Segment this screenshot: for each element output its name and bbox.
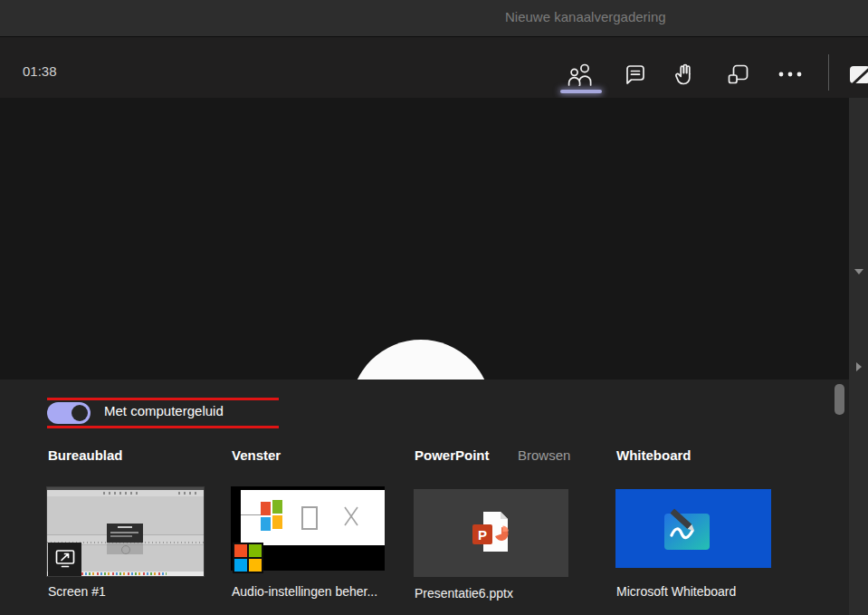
monitor-share-icon <box>53 546 77 572</box>
powerpoint-file-icon: P <box>469 506 514 560</box>
screen-share-overlay-badge <box>48 543 81 576</box>
close-glyph <box>343 504 359 528</box>
computer-sound-label: Met computergeluid <box>104 403 224 418</box>
mock-spinner <box>121 545 130 554</box>
red-annotation-line-bottom <box>47 426 279 428</box>
toolbar-separator <box>828 54 829 91</box>
camera-off-button[interactable] <box>849 57 868 91</box>
windows-logo-icon <box>261 500 284 531</box>
meeting-toolbar: 01:38 <box>0 37 868 98</box>
red-annotation-line-top <box>47 398 279 400</box>
share-source-screen1[interactable] <box>47 487 204 576</box>
section-desktop: Bureaublad <box>47 447 204 597</box>
chevron-right-icon[interactable] <box>856 362 862 371</box>
section-whiteboard-header: Whiteboard <box>616 447 692 463</box>
participants-button[interactable] <box>564 59 596 90</box>
share-source-label: Presentatie6.pptx <box>415 586 513 601</box>
share-source-label: Screen #1 <box>48 584 106 599</box>
svg-text:P: P <box>477 527 486 543</box>
raise-hand-icon <box>673 62 697 87</box>
chat-icon <box>623 62 647 87</box>
section-desktop-header: Bureaublad <box>48 447 123 463</box>
participants-active-indicator <box>560 90 602 93</box>
share-source-powerpoint-file[interactable]: P <box>414 489 568 577</box>
share-content-icon <box>726 62 750 87</box>
camera-off-icon <box>849 78 868 91</box>
window-share-overlay-badge <box>233 543 263 573</box>
scrollbar-thumb[interactable] <box>835 384 844 415</box>
mock-menuband <box>47 490 204 496</box>
share-content-button[interactable] <box>721 59 754 90</box>
whiteboard-app-icon <box>663 501 724 556</box>
avatar <box>350 340 491 380</box>
more-options-icon <box>777 71 803 78</box>
window-titlebar: Nieuwe kanaalvergadering <box>0 0 868 37</box>
share-source-label: Microsoft Whiteboard <box>616 584 736 599</box>
share-tray-panel: Met computergeluid Bureaublad <box>0 380 849 615</box>
more-options-button[interactable] <box>774 59 806 90</box>
section-window: Venster Audio <box>231 447 385 597</box>
toggle-knob <box>72 405 88 421</box>
video-stage <box>0 98 849 380</box>
participants-icon <box>567 62 594 87</box>
chat-button[interactable] <box>618 59 651 90</box>
section-powerpoint: PowerPoint Browsen P Presentatie6.pptx <box>414 447 568 597</box>
browse-link[interactable]: Browsen <box>518 447 570 463</box>
mock-dialog <box>107 524 143 543</box>
mock-app-window <box>241 490 385 545</box>
right-scroll-strip <box>849 98 868 615</box>
meeting-title: Nieuwe kanaalvergadering <box>505 9 666 24</box>
teams-meeting-window: Nieuwe kanaalvergadering 01:38 <box>0 0 868 615</box>
meeting-timer: 01:38 <box>23 63 57 79</box>
share-source-window[interactable] <box>231 486 385 571</box>
maximize-glyph <box>301 506 318 530</box>
share-source-label: Audio-instellingen beher... <box>232 584 377 599</box>
computer-sound-toggle[interactable] <box>47 402 91 424</box>
chevron-down-icon[interactable] <box>854 269 863 274</box>
section-window-header: Venster <box>232 447 281 463</box>
raise-hand-button[interactable] <box>669 59 701 90</box>
section-whiteboard: Whiteboard <box>615 447 771 597</box>
section-powerpoint-header: PowerPoint <box>415 447 490 463</box>
share-source-whiteboard[interactable] <box>615 489 771 568</box>
